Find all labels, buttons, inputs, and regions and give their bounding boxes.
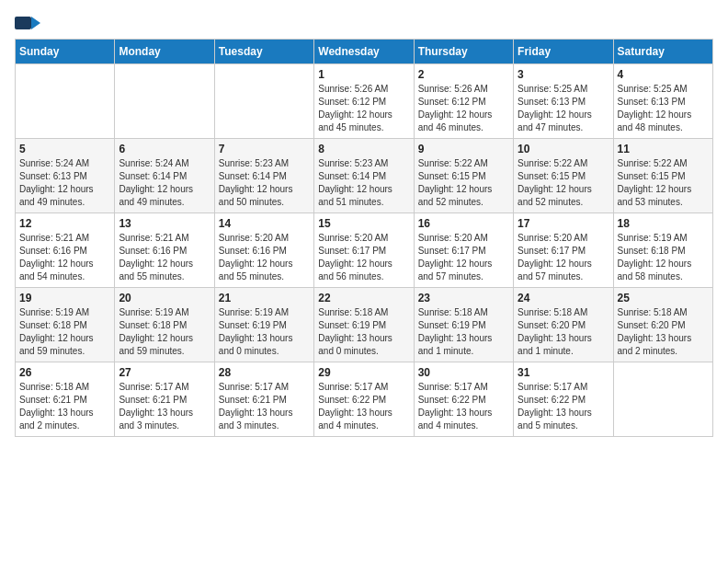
day-info: Sunrise: 5:24 AM Sunset: 6:13 PM Dayligh… — [19, 157, 110, 209]
day-number: 10 — [518, 143, 609, 155]
calendar-cell — [16, 64, 115, 139]
calendar-cell: 15Sunrise: 5:20 AM Sunset: 6:17 PM Dayli… — [314, 213, 414, 288]
calendar-week-3: 12Sunrise: 5:21 AM Sunset: 6:16 PM Dayli… — [16, 213, 713, 288]
day-info: Sunrise: 5:17 AM Sunset: 6:22 PM Dayligh… — [518, 381, 609, 432]
day-info: Sunrise: 5:18 AM Sunset: 6:21 PM Dayligh… — [19, 381, 110, 432]
day-info: Sunrise: 5:24 AM Sunset: 6:14 PM Dayligh… — [119, 157, 210, 209]
calendar-week-1: 1Sunrise: 5:26 AM Sunset: 6:12 PM Daylig… — [16, 64, 713, 139]
calendar-cell: 14Sunrise: 5:20 AM Sunset: 6:16 PM Dayli… — [214, 213, 313, 288]
calendar-cell: 31Sunrise: 5:17 AM Sunset: 6:22 PM Dayli… — [514, 362, 613, 437]
logo — [15, 15, 42, 35]
calendar-cell: 4Sunrise: 5:25 AM Sunset: 6:13 PM Daylig… — [613, 64, 712, 139]
day-info: Sunrise: 5:17 AM Sunset: 6:21 PM Dayligh… — [119, 381, 210, 432]
day-number: 11 — [618, 143, 709, 155]
day-info: Sunrise: 5:19 AM Sunset: 6:18 PM Dayligh… — [19, 306, 110, 358]
day-number: 18 — [618, 217, 709, 230]
day-info: Sunrise: 5:22 AM Sunset: 6:15 PM Dayligh… — [418, 157, 509, 209]
calendar-cell: 1Sunrise: 5:26 AM Sunset: 6:12 PM Daylig… — [314, 64, 414, 139]
svg-rect-0 — [15, 17, 31, 29]
calendar-cell: 21Sunrise: 5:19 AM Sunset: 6:19 PM Dayli… — [214, 288, 313, 362]
day-info: Sunrise: 5:25 AM Sunset: 6:13 PM Dayligh… — [518, 83, 609, 134]
weekday-header-friday: Friday — [514, 40, 613, 64]
day-number: 15 — [318, 217, 409, 230]
day-info: Sunrise: 5:26 AM Sunset: 6:12 PM Dayligh… — [418, 83, 509, 134]
logo-icon — [15, 15, 40, 35]
calendar-cell — [115, 64, 214, 139]
calendar-cell: 17Sunrise: 5:20 AM Sunset: 6:17 PM Dayli… — [514, 213, 613, 288]
day-info: Sunrise: 5:19 AM Sunset: 6:18 PM Dayligh… — [618, 232, 709, 283]
day-info: Sunrise: 5:19 AM Sunset: 6:19 PM Dayligh… — [219, 306, 310, 358]
day-number: 22 — [318, 292, 409, 304]
calendar-cell: 22Sunrise: 5:18 AM Sunset: 6:19 PM Dayli… — [314, 288, 414, 362]
day-info: Sunrise: 5:26 AM Sunset: 6:12 PM Dayligh… — [318, 83, 409, 134]
day-info: Sunrise: 5:21 AM Sunset: 6:16 PM Dayligh… — [119, 232, 210, 283]
svg-marker-1 — [31, 17, 40, 29]
day-number: 17 — [518, 217, 609, 230]
weekday-header-saturday: Saturday — [613, 40, 712, 64]
day-number: 13 — [119, 217, 210, 230]
day-number: 24 — [518, 292, 609, 304]
calendar-week-5: 26Sunrise: 5:18 AM Sunset: 6:21 PM Dayli… — [16, 362, 713, 437]
calendar-cell: 10Sunrise: 5:22 AM Sunset: 6:15 PM Dayli… — [514, 139, 613, 213]
calendar-cell: 23Sunrise: 5:18 AM Sunset: 6:19 PM Dayli… — [414, 288, 513, 362]
day-info: Sunrise: 5:17 AM Sunset: 6:22 PM Dayligh… — [418, 381, 509, 432]
calendar-cell: 12Sunrise: 5:21 AM Sunset: 6:16 PM Dayli… — [16, 213, 115, 288]
calendar-cell: 26Sunrise: 5:18 AM Sunset: 6:21 PM Dayli… — [16, 362, 115, 437]
calendar-cell: 20Sunrise: 5:19 AM Sunset: 6:18 PM Dayli… — [115, 288, 214, 362]
calendar-cell: 2Sunrise: 5:26 AM Sunset: 6:12 PM Daylig… — [414, 64, 513, 139]
calendar-week-2: 5Sunrise: 5:24 AM Sunset: 6:13 PM Daylig… — [16, 139, 713, 213]
day-number: 25 — [618, 292, 709, 304]
day-number: 4 — [618, 68, 709, 81]
day-number: 9 — [418, 143, 509, 155]
day-info: Sunrise: 5:22 AM Sunset: 6:15 PM Dayligh… — [618, 157, 709, 209]
day-info: Sunrise: 5:18 AM Sunset: 6:20 PM Dayligh… — [618, 306, 709, 358]
weekday-header-monday: Monday — [115, 40, 214, 64]
day-info: Sunrise: 5:19 AM Sunset: 6:18 PM Dayligh… — [119, 306, 210, 358]
day-info: Sunrise: 5:17 AM Sunset: 6:21 PM Dayligh… — [219, 381, 310, 432]
day-info: Sunrise: 5:17 AM Sunset: 6:22 PM Dayligh… — [318, 381, 409, 432]
day-number: 28 — [219, 366, 310, 379]
day-number: 1 — [318, 68, 409, 81]
calendar-cell: 28Sunrise: 5:17 AM Sunset: 6:21 PM Dayli… — [214, 362, 313, 437]
day-info: Sunrise: 5:21 AM Sunset: 6:16 PM Dayligh… — [19, 232, 110, 283]
day-number: 16 — [418, 217, 509, 230]
calendar-cell: 11Sunrise: 5:22 AM Sunset: 6:15 PM Dayli… — [613, 139, 712, 213]
day-info: Sunrise: 5:20 AM Sunset: 6:17 PM Dayligh… — [418, 232, 509, 283]
calendar-week-4: 19Sunrise: 5:19 AM Sunset: 6:18 PM Dayli… — [16, 288, 713, 362]
day-number: 5 — [19, 143, 110, 155]
day-info: Sunrise: 5:25 AM Sunset: 6:13 PM Dayligh… — [618, 83, 709, 134]
weekday-header-thursday: Thursday — [414, 40, 513, 64]
day-info: Sunrise: 5:23 AM Sunset: 6:14 PM Dayligh… — [318, 157, 409, 209]
day-info: Sunrise: 5:22 AM Sunset: 6:15 PM Dayligh… — [518, 157, 609, 209]
day-info: Sunrise: 5:18 AM Sunset: 6:19 PM Dayligh… — [318, 306, 409, 358]
day-number: 14 — [219, 217, 310, 230]
calendar-cell: 7Sunrise: 5:23 AM Sunset: 6:14 PM Daylig… — [214, 139, 313, 213]
day-number: 20 — [119, 292, 210, 304]
day-number: 2 — [418, 68, 509, 81]
day-number: 12 — [19, 217, 110, 230]
calendar-cell: 3Sunrise: 5:25 AM Sunset: 6:13 PM Daylig… — [514, 64, 613, 139]
day-info: Sunrise: 5:18 AM Sunset: 6:20 PM Dayligh… — [518, 306, 609, 358]
header — [15, 15, 713, 35]
day-number: 19 — [19, 292, 110, 304]
day-number: 26 — [19, 366, 110, 379]
day-number: 23 — [418, 292, 509, 304]
day-info: Sunrise: 5:23 AM Sunset: 6:14 PM Dayligh… — [219, 157, 310, 209]
day-number: 31 — [518, 366, 609, 379]
calendar-cell: 8Sunrise: 5:23 AM Sunset: 6:14 PM Daylig… — [314, 139, 414, 213]
day-number: 8 — [318, 143, 409, 155]
weekday-header-tuesday: Tuesday — [214, 40, 313, 64]
day-number: 3 — [518, 68, 609, 81]
day-number: 29 — [318, 366, 409, 379]
day-number: 21 — [219, 292, 310, 304]
day-number: 30 — [418, 366, 509, 379]
weekday-header-sunday: Sunday — [16, 40, 115, 64]
calendar-cell: 30Sunrise: 5:17 AM Sunset: 6:22 PM Dayli… — [414, 362, 513, 437]
day-info: Sunrise: 5:20 AM Sunset: 6:16 PM Dayligh… — [219, 232, 310, 283]
calendar-cell: 5Sunrise: 5:24 AM Sunset: 6:13 PM Daylig… — [16, 139, 115, 213]
weekday-header-wednesday: Wednesday — [314, 40, 414, 64]
calendar-cell — [613, 362, 712, 437]
calendar-cell: 24Sunrise: 5:18 AM Sunset: 6:20 PM Dayli… — [514, 288, 613, 362]
calendar-cell: 18Sunrise: 5:19 AM Sunset: 6:18 PM Dayli… — [613, 213, 712, 288]
day-info: Sunrise: 5:18 AM Sunset: 6:19 PM Dayligh… — [418, 306, 509, 358]
